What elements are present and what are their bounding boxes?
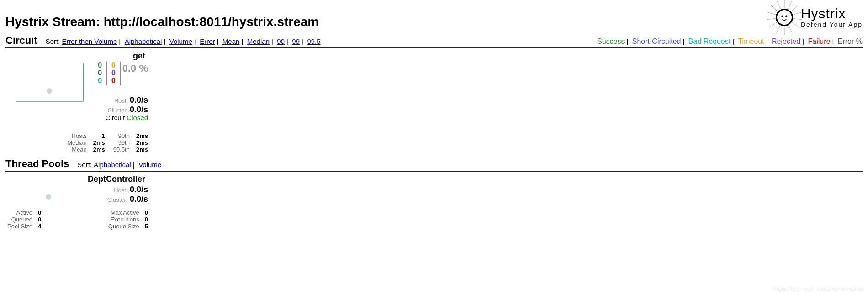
cluster-rate: 0.0/s	[130, 105, 148, 114]
pool-host-label: Host:	[114, 187, 127, 194]
pool-section-bar: Thread Pools Sort: Alphabetical| Volume|	[5, 158, 863, 172]
sort-995[interactable]: 99.5	[307, 37, 320, 45]
count-timeout: 0	[111, 62, 116, 69]
logo-subtitle: Defend Your App	[801, 21, 863, 28]
pool-traffic-circle-icon	[46, 194, 51, 200]
count-fail: 0	[111, 77, 116, 85]
pool-sort-volume[interactable]: Volume	[138, 161, 161, 169]
svg-point-14	[781, 16, 783, 17]
legend-success: Success	[597, 37, 625, 45]
pool-stats: Active Queued Pool Size 0 0 4 Max Active…	[5, 210, 150, 230]
pool-cluster-label: Cluster:	[107, 196, 128, 203]
legend-reject: Rejected	[772, 37, 800, 45]
count-success: 0	[98, 62, 102, 69]
circuit-state: Closed	[127, 114, 148, 121]
legend-timeout: Timeout	[738, 37, 764, 45]
host-rate: 0.0/s	[130, 95, 148, 105]
sort-90[interactable]: 90	[277, 37, 285, 45]
error-pct: 0.0 %	[122, 63, 148, 74]
circuit-title: Circuit	[5, 35, 37, 47]
sort-error[interactable]: Error	[200, 37, 215, 45]
circuit-legend: Success| Short-Circuited| Bad Request| T…	[597, 37, 863, 46]
sort-99[interactable]: 99	[292, 37, 300, 45]
page-title: Hystrix Stream: http://localhost:8011/hy…	[5, 15, 319, 29]
traffic-circle-icon	[47, 88, 52, 94]
sort-volume[interactable]: Volume	[169, 37, 192, 45]
sort-median[interactable]: Median	[247, 37, 270, 45]
circuit-section-bar: Circuit Sort: Error then Volume| Alphabe…	[5, 35, 863, 48]
pool-name: DeptController	[5, 174, 147, 184]
circuit-monitor-get: get 0 0 0 0 0 0 0.0 % Host: 0.0/s Cluste…	[5, 51, 150, 153]
pool-cluster-rate: 0.0/s	[130, 195, 148, 204]
request-counters: 0 0 0 0 0 0	[98, 62, 122, 85]
legend-errpct: Error %	[838, 37, 863, 45]
circuit-state-label: Circuit	[106, 114, 125, 121]
legend-badreq: Bad Request	[688, 37, 731, 45]
legend-short: Short-Circuited	[632, 37, 681, 45]
count-badreq: 0	[98, 77, 102, 85]
sort-alphabetical[interactable]: Alphabetical	[125, 37, 162, 45]
svg-point-15	[785, 16, 787, 17]
sparkline	[16, 63, 84, 103]
count-reject: 0	[111, 69, 116, 77]
host-label: Host:	[114, 97, 128, 104]
sort-label: Sort:	[46, 37, 60, 45]
count-short: 0	[98, 69, 102, 77]
legend-fail: Failure	[808, 37, 831, 45]
pool-monitor-deptcontroller: DeptController Host: 0.0/s Cluster: 0.0/…	[5, 174, 150, 230]
porcupine-icon	[772, 5, 797, 30]
pool-title: Thread Pools	[5, 158, 69, 170]
sort-error-volume[interactable]: Error then Volume	[62, 37, 117, 45]
cluster-label: Cluster:	[108, 107, 128, 114]
hystrix-logo: Hystrix Defend Your App	[772, 5, 863, 30]
pool-sort-alphabetical[interactable]: Alphabetical	[94, 161, 131, 169]
pool-sort-label: Sort:	[77, 161, 92, 169]
logo-title: Hystrix	[801, 7, 863, 21]
latency-stats: Hosts Median Mean 1 2ms 2ms 90th 99th 99…	[5, 133, 150, 153]
sort-mean[interactable]: Mean	[222, 37, 240, 45]
pool-host-rate: 0.0/s	[130, 185, 148, 194]
circuit-name: get	[5, 51, 147, 61]
